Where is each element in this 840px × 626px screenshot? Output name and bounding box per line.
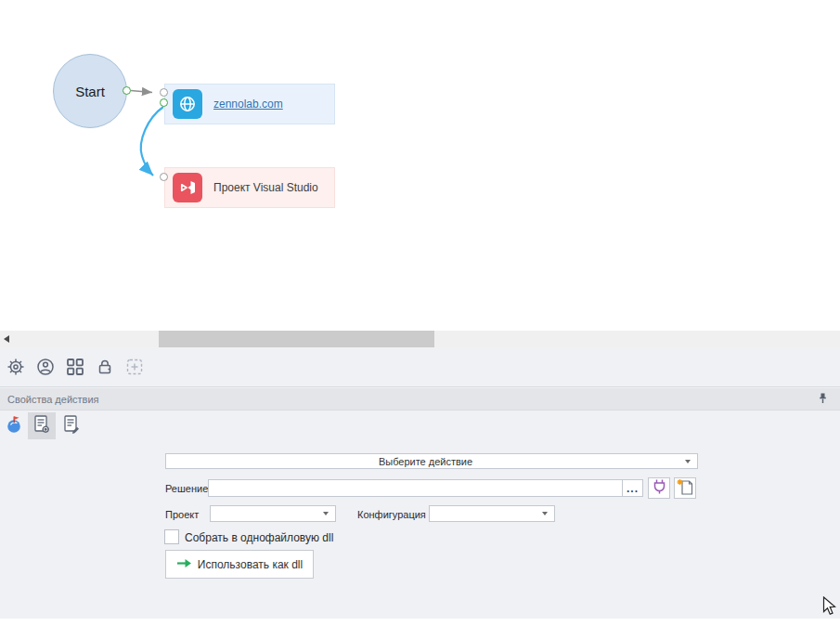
action-select-dropdown[interactable]: Выберите действие — [165, 453, 698, 469]
web-node-input-port[interactable] — [160, 88, 168, 97]
apps-grid-icon[interactable] — [65, 358, 85, 378]
document-pencil-icon — [62, 414, 81, 437]
project-dropdown[interactable] — [210, 505, 336, 522]
visual-studio-node[interactable]: Проект Visual Studio — [164, 167, 335, 208]
action-select-value: Выберите действие — [166, 456, 685, 467]
browse-button[interactable]: ... — [622, 479, 643, 497]
properties-panel: Свойства действия — [0, 347, 840, 619]
panel-title: Свойства действия — [7, 394, 99, 405]
vs-node-input-port[interactable] — [160, 173, 168, 181]
vs-node-label: Проект Visual Studio — [213, 181, 318, 194]
solution-input[interactable] — [208, 479, 624, 497]
web-browser-node[interactable]: zennolab.com — [164, 84, 335, 124]
scrollbar-thumb[interactable] — [159, 331, 434, 347]
document-gear-icon — [32, 414, 51, 437]
chevron-down-icon — [542, 512, 548, 515]
start-output-port[interactable] — [123, 86, 131, 95]
settings-gear-icon[interactable] — [6, 358, 26, 378]
user-account-icon[interactable] — [35, 358, 56, 378]
web-node-link[interactable]: zennolab.com — [213, 98, 283, 111]
globe-icon — [173, 89, 202, 119]
start-node[interactable]: Start — [53, 54, 127, 128]
single-file-dll-label: Собрать в однофайловую dll — [185, 531, 333, 544]
start-node-label: Start — [75, 84, 105, 99]
tab-notes[interactable] — [58, 412, 85, 439]
pin-icon[interactable] — [817, 392, 829, 407]
horizontal-scrollbar[interactable] — [0, 331, 840, 347]
panel-icon-toolbar — [0, 347, 840, 387]
edge-web-to-vs[interactable] — [141, 107, 163, 176]
solution-label: Решение — [165, 483, 208, 494]
zennoposter-window: Start zennolab.com Проект Visual — [0, 0, 840, 626]
globe-flag-icon — [6, 415, 22, 437]
tab-general[interactable] — [0, 412, 28, 439]
panel-header: Свойства действия — [0, 388, 840, 411]
use-as-dll-button[interactable]: Использовать как dll — [165, 550, 314, 579]
chevron-down-icon — [685, 460, 691, 463]
tab-action-settings[interactable] — [28, 412, 56, 439]
plug-button[interactable] — [648, 477, 670, 499]
configuration-label: Конфигурация — [357, 509, 426, 520]
configuration-dropdown[interactable] — [429, 505, 555, 522]
flow-connectors — [0, 0, 840, 331]
single-file-dll-checkbox[interactable] — [164, 529, 179, 544]
visual-studio-icon — [173, 173, 202, 202]
new-file-button[interactable] — [674, 477, 696, 499]
new-file-icon — [677, 478, 694, 499]
scrollbar-left-arrow[interactable] — [4, 335, 9, 343]
chevron-down-icon — [323, 512, 329, 515]
use-as-dll-label: Использовать как dll — [198, 558, 303, 571]
flow-canvas[interactable]: Start zennolab.com Проект Visual — [0, 0, 840, 331]
plug-icon — [652, 478, 667, 498]
bottom-strip — [0, 619, 840, 626]
mouse-cursor-icon — [822, 596, 836, 619]
panel-tabs — [0, 411, 840, 440]
add-placeholder-icon[interactable] — [124, 358, 145, 378]
ellipsis-icon: ... — [627, 485, 639, 492]
green-arrow-icon — [176, 558, 192, 571]
web-node-output-port[interactable] — [160, 98, 168, 107]
project-label: Проект — [165, 509, 199, 520]
edge-start-to-web[interactable] — [131, 91, 152, 93]
lock-icon[interactable] — [95, 358, 115, 378]
